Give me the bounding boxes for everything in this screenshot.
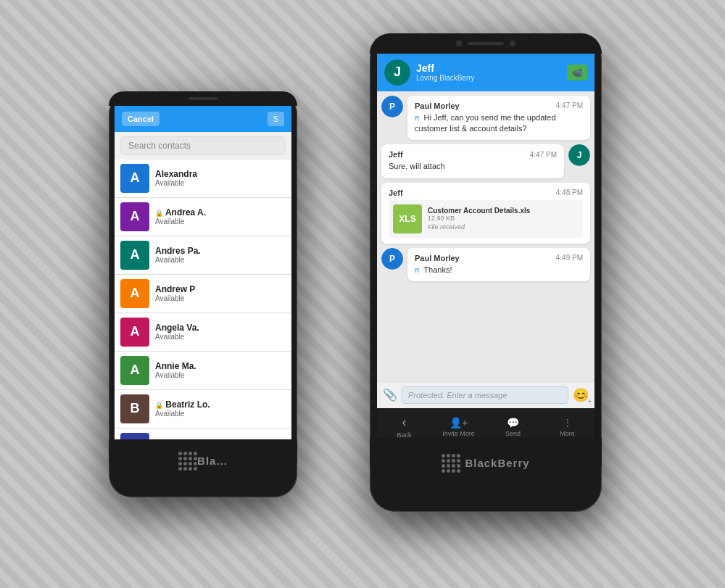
contact-item[interactable]: A Andres Pa. Available [115, 236, 291, 275]
camera2 [510, 41, 515, 46]
nav-icon: ⋮ [563, 417, 573, 428]
file-attachment[interactable]: XLS Customer Account Details.xls 12.90 K… [389, 200, 583, 238]
msg-indicator: R [415, 115, 420, 122]
contact-info: Angela Va. Available [155, 323, 286, 341]
contact-avatar: A [120, 356, 149, 385]
contact-name: Angela Va. [155, 323, 286, 333]
contact-status: Available [155, 256, 286, 264]
message-input[interactable]: Protected. Enter a message [402, 386, 568, 404]
contact-name: Alexandra [155, 169, 286, 179]
nav-label: Invite More [442, 430, 475, 437]
file-size: 12.90 KB [428, 215, 579, 222]
contact-item[interactable]: A 🔒 Andrea A. Available [115, 198, 291, 236]
contact-info: Alexandra Available [155, 169, 286, 187]
contact-item[interactable]: B 🔒 Beatriz Lo. Available [115, 390, 291, 428]
chat-header-info: Jeff Loving BlackBerry [416, 62, 561, 82]
nav-label: Send [505, 430, 521, 437]
nav-item-invite-more[interactable]: 👤+ Invite More [431, 417, 486, 437]
nav-item-send[interactable]: 💬 Send [486, 417, 540, 437]
avatar-face: A [120, 356, 149, 385]
msg-time: 4:47 PM [530, 151, 557, 159]
message-bubble: Jeff 4:48 PM XLS Customer Account Detail… [381, 183, 590, 244]
contact-status: Available [155, 410, 286, 418]
bb-text-left: Bla... [197, 455, 228, 467]
msg-text: Sure, will attach [389, 161, 557, 172]
search-button[interactable]: S [268, 112, 284, 126]
xls-icon: XLS [393, 204, 422, 233]
contact-item[interactable]: A Andrew P Available [115, 275, 291, 313]
contact-item[interactable]: A Angela Va. Available [115, 313, 291, 352]
contact-avatar: C [120, 433, 149, 439]
contact-info: Andres Pa. Available [155, 246, 286, 264]
contact-item[interactable]: A Alexandra Available [115, 160, 291, 198]
search-bar[interactable]: Search contacts [120, 136, 286, 155]
attach-icon[interactable]: 📎 [383, 388, 397, 402]
lock-icon: 🔒 [155, 402, 163, 409]
nav-label: More [560, 430, 575, 437]
avatar-face: A [120, 241, 149, 270]
contact-info: 🔒 Beatriz Lo. Available [155, 399, 286, 418]
contact-name: Andrew P [155, 284, 286, 294]
contact-avatar: A [120, 241, 149, 270]
contact-status: Available [155, 179, 286, 187]
contacts-header: Cancel S [115, 106, 291, 132]
nav-item-back[interactable]: ‹ Back [377, 415, 431, 438]
chat-header: J Jeff Loving BlackBerry 📹 [377, 54, 594, 91]
msg-content: Paul Morley 4:49 PM R Thanks! [407, 248, 590, 281]
msg-time: 4:48 PM [556, 189, 583, 196]
avatar-face: B [120, 394, 149, 423]
lock-icon: 🔒 [155, 210, 163, 217]
msg-content: Jeff 4:47 PM Sure, will attach [381, 144, 564, 178]
file-info: Customer Account Details.xls 12.90 KB Fi… [428, 207, 579, 231]
video-call-icon[interactable]: 📹 [567, 65, 587, 80]
right-phone: J Jeff Loving BlackBerry 📹 P Paul Morley… [370, 33, 602, 512]
contact-item[interactable]: C Carol Silv. [115, 428, 291, 439]
nav-icon: ‹ [402, 415, 407, 430]
contact-avatar: A [120, 279, 149, 308]
message-row: J Jeff 4:47 PM Sure, will attach [381, 144, 590, 178]
contact-item[interactable]: A Annie Ma. Available [115, 352, 291, 390]
nav-icon: 💬 [507, 417, 519, 428]
nav-item-more[interactable]: ⋮ More [540, 417, 594, 437]
left-phone-screen: Cancel S Search contacts A Alexandra Ava… [115, 106, 291, 439]
message-bubble: Paul Morley 4:47 PM R Hi Jeff, can you s… [407, 96, 590, 141]
message-avatar: P [381, 248, 403, 270]
contact-info: Annie Ma. Available [155, 361, 286, 379]
emoji-button[interactable]: 😊+ [573, 387, 589, 403]
bb-logo-left [178, 452, 197, 471]
message-avatar: J [568, 144, 590, 166]
contact-avatar: B [120, 394, 149, 423]
chat-header-avatar: J [384, 59, 410, 86]
nav-icon: 👤+ [450, 417, 468, 428]
avatar-face: A [120, 202, 149, 231]
contact-avatar: A [120, 318, 149, 347]
right-phone-top [370, 33, 602, 54]
msg-sender: Jeff [389, 150, 403, 159]
contact-status: Available [155, 218, 286, 225]
msg-time: 4:49 PM [556, 254, 583, 262]
contact-info: Andrew P Available [155, 284, 286, 302]
avatar-face: A [120, 164, 149, 193]
cancel-button[interactable]: Cancel [122, 112, 160, 126]
msg-time: 4:47 PM [556, 102, 583, 109]
msg-sender: Jeff [389, 189, 403, 197]
message-bubble: Paul Morley 4:49 PM R Thanks! [407, 248, 590, 281]
message-row: P Paul Morley 4:47 PM R Hi Jeff, can you… [381, 96, 590, 141]
contact-name: 🔒 Andrea A. [155, 207, 286, 218]
avatar-face: A [120, 318, 149, 347]
left-phone-bottom: Bla... [109, 439, 297, 483]
msg-content: Paul Morley 4:47 PM R Hi Jeff, can you s… [407, 96, 590, 141]
contact-info: 🔒 Andrea A. Available [155, 207, 286, 225]
message-row: P Paul Morley 4:49 PM R Thanks! [381, 248, 590, 281]
speaker-right [468, 42, 504, 45]
msg-indicator: R [415, 267, 420, 274]
msg-text: R Hi Jeff, can you send me the updated c… [415, 112, 583, 135]
speaker-left [188, 97, 218, 100]
avatar-face: A [120, 279, 149, 308]
chat-messages: P Paul Morley 4:47 PM R Hi Jeff, can you… [377, 91, 594, 381]
phones-container: Cancel S Search contacts A Alexandra Ava… [109, 33, 616, 555]
msg-sender: Paul Morley [415, 254, 460, 262]
chat-bottom-nav: ‹ Back 👤+ Invite More 💬 Send ⋮ More [377, 408, 594, 438]
chat-header-subtitle: Loving BlackBerry [416, 74, 561, 82]
contact-name: Annie Ma. [155, 361, 286, 371]
